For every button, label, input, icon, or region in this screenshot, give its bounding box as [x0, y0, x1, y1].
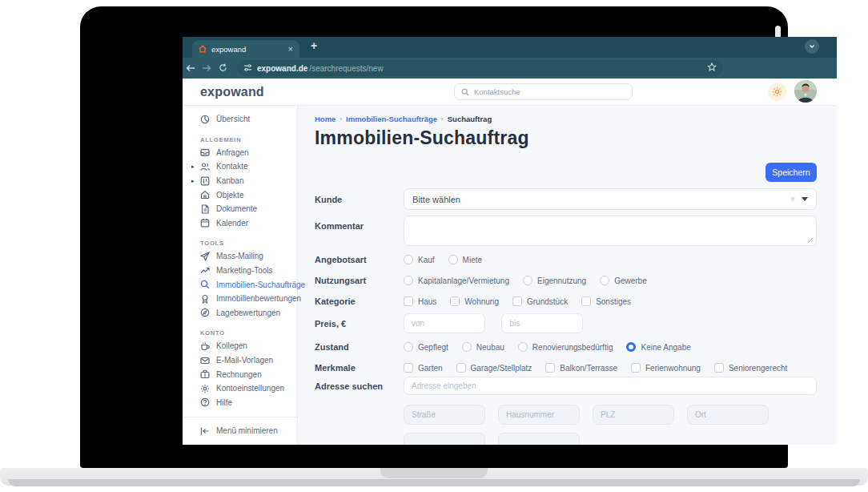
radio-icon[interactable]: [518, 342, 528, 352]
chevron-down-icon[interactable]: [802, 197, 808, 201]
preis-von-input[interactable]: [404, 313, 485, 333]
checkbox-balkon-terrasse[interactable]: Balkon/Terrasse: [545, 363, 617, 373]
field-label: Angebotsart: [315, 255, 404, 264]
tab-search-button[interactable]: [805, 39, 819, 54]
sidebar-item-uebersicht[interactable]: Übersicht: [183, 112, 297, 127]
hausnummer-input[interactable]: [498, 405, 580, 425]
checkbox-garten[interactable]: Garten: [404, 363, 443, 373]
breadcrumb-home-link[interactable]: Home: [315, 115, 336, 123]
collapse-menu-icon: [200, 426, 210, 436]
sidebar-item-kontoeinstellungen[interactable]: Kontoeinstellungen: [183, 381, 297, 396]
radio-neubau[interactable]: Neubau: [462, 342, 504, 352]
app-logo[interactable]: expowand: [200, 85, 264, 99]
new-tab-button[interactable]: +: [311, 39, 317, 52]
resize-grip-icon[interactable]: [808, 237, 814, 243]
form-row-kommentar: Kommentar: [315, 216, 817, 246]
sidebar-item-kanban[interactable]: ▸ Kanban: [183, 174, 297, 188]
breadcrumb-parent-link[interactable]: Immobilien-Suchaufträge: [346, 115, 437, 123]
sidebar-item-anfragen[interactable]: Anfragen: [183, 146, 297, 160]
adresse-input[interactable]: [404, 377, 817, 395]
address-extra-field[interactable]: [498, 433, 580, 445]
sidebar-item-email-vorlagen[interactable]: E-Mail-Vorlagen: [183, 353, 297, 368]
ort-input[interactable]: [687, 405, 769, 425]
radio-icon[interactable]: [448, 255, 458, 264]
checkbox-icon[interactable]: [404, 296, 413, 306]
checkbox-icon[interactable]: [456, 363, 466, 373]
radio-miete[interactable]: Miete: [448, 255, 482, 264]
tab-close-icon[interactable]: ×: [288, 45, 293, 54]
checkbox-seniorengerecht[interactable]: Seniorengerecht: [714, 363, 787, 373]
checkbox-sonstiges[interactable]: Sonstiges: [581, 296, 631, 306]
form-row-adresse-felder: [315, 405, 817, 425]
checkbox-haus[interactable]: Haus: [404, 296, 436, 306]
sidebar-item-kollegen[interactable]: Kollegen: [183, 339, 297, 353]
radio-kapitalanlage[interactable]: Kapitalanlage/Vermietung: [404, 276, 509, 285]
sidebar-item-marketing-tools[interactable]: Marketing-Tools: [183, 264, 297, 278]
sidebar-item-immobilienbewertungen[interactable]: Immobilienbewertungen: [183, 292, 297, 306]
expand-caret-icon[interactable]: ▸: [191, 163, 195, 170]
checkbox-icon[interactable]: [404, 363, 413, 373]
sidebar-item-mass-mailing[interactable]: Mass-Mailing: [183, 249, 297, 264]
strasse-input[interactable]: [404, 405, 485, 425]
reload-icon[interactable]: [215, 61, 231, 75]
sidebar-item-lagebewertungen[interactable]: Lagebewertungen: [183, 306, 297, 321]
page-title: Immobilien-Suchauftrag: [315, 126, 817, 150]
field-label: Preis, €: [315, 319, 404, 329]
radio-selected-icon[interactable]: [626, 342, 636, 352]
contact-search-input[interactable]: Kontaktsuche: [454, 83, 633, 100]
radio-icon[interactable]: [404, 276, 413, 285]
radio-icon[interactable]: [523, 276, 532, 285]
checkbox-icon[interactable]: [714, 363, 724, 373]
radio-icon[interactable]: [600, 276, 609, 285]
radio-gewerbe[interactable]: Gewerbe: [600, 276, 647, 285]
checkbox-ferienwohnung[interactable]: Ferienwohnung: [631, 363, 701, 373]
breadcrumb-separator: ›: [340, 115, 342, 123]
field-label: Nutzungsart: [315, 276, 404, 285]
url-domain: expowand.de: [257, 64, 307, 73]
sidebar-item-hilfe[interactable]: Hilfe: [183, 396, 297, 410]
preis-bis-input[interactable]: [501, 313, 583, 333]
sidebar-item-kalender[interactable]: Kalender: [183, 216, 297, 231]
radio-eigennutzung[interactable]: Eigennutzung: [523, 276, 586, 285]
sidebar-item-dokumente[interactable]: Dokumente: [183, 202, 297, 216]
radio-kauf[interactable]: Kauf: [404, 255, 435, 264]
bookmark-star-icon[interactable]: [707, 61, 717, 75]
radio-gepflegt[interactable]: Gepflegt: [404, 342, 448, 352]
sidebar-collapse-button[interactable]: Menü minimieren: [183, 424, 297, 438]
back-icon[interactable]: [183, 61, 199, 75]
checkbox-icon[interactable]: [545, 363, 555, 373]
field-label: Merkmale: [315, 363, 404, 373]
site-settings-icon[interactable]: [243, 61, 252, 75]
checkbox-garage-stellplatz[interactable]: Garage/Stellplatz: [456, 363, 532, 373]
kommentar-textarea[interactable]: [404, 216, 817, 246]
radio-keine-angabe[interactable]: Keine Angabe: [626, 342, 690, 352]
theme-toggle-button[interactable]: [768, 83, 786, 101]
checkbox-icon[interactable]: [631, 363, 641, 373]
forward-icon[interactable]: [199, 61, 215, 75]
plz-input[interactable]: [593, 405, 674, 425]
url-bar[interactable]: expowand.de /searchrequests/new: [237, 60, 723, 76]
save-button[interactable]: Speichern: [766, 163, 817, 182]
tab-title: expowand: [211, 45, 283, 54]
sidebar-item-immobilien-suchauftraege[interactable]: Immobilien-Suchaufträge: [183, 277, 297, 292]
address-extra-field[interactable]: [404, 433, 485, 445]
radio-icon[interactable]: [404, 255, 413, 264]
radio-icon[interactable]: [404, 342, 413, 352]
sidebar-item-rechnungen[interactable]: Rechnungen: [183, 367, 297, 381]
radio-renovierungsbeduerftig[interactable]: Renovierungsbedürftig: [518, 342, 613, 352]
checkbox-icon[interactable]: [512, 296, 522, 306]
user-avatar[interactable]: [794, 80, 817, 103]
browser-tab[interactable]: expowand ×: [192, 40, 299, 58]
radio-icon[interactable]: [462, 342, 472, 352]
clear-icon[interactable]: ×: [790, 195, 795, 204]
sidebar-item-kontakte[interactable]: ▸ Kontakte: [183, 159, 297, 174]
checkbox-grundstueck[interactable]: Grundstück: [512, 296, 568, 306]
checkbox-icon[interactable]: [450, 296, 460, 306]
checkbox-icon[interactable]: [581, 296, 591, 306]
kunde-select[interactable]: Bitte wählen ×: [404, 188, 817, 210]
sidebar-item-objekte[interactable]: Objekte: [183, 188, 297, 202]
mail-icon: [200, 356, 210, 365]
expand-caret-icon[interactable]: ▸: [191, 178, 195, 184]
checkbox-wohnung[interactable]: Wohnung: [450, 296, 499, 306]
kanban-icon: [200, 176, 210, 186]
